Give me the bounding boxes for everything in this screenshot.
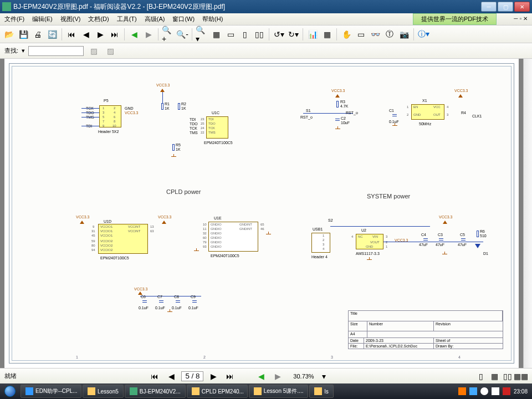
- ime-icon[interactable]: [458, 387, 466, 395]
- find-icon[interactable]: 👓: [369, 28, 382, 41]
- d1-label: D1: [483, 252, 488, 255]
- gndio-pin: GNDIO: [211, 241, 222, 244]
- r4-label: R4: [461, 111, 466, 115]
- taskbar-item[interactable]: Lesson 5课件....: [249, 385, 309, 398]
- task-label: CPLD EPM240...: [202, 388, 244, 395]
- taskbar-item[interactable]: EDN助学--CPL...: [21, 385, 81, 398]
- find-prev-icon[interactable]: ▨: [87, 44, 100, 58]
- maximize-button[interactable]: ▢: [498, 2, 513, 12]
- last-page-icon[interactable]: ⏭: [108, 28, 121, 41]
- tray-up-icon[interactable]: [480, 387, 488, 395]
- pdf-page[interactable]: P5 12 34 56 78 910 TCK TDO TMS TDI GND V…: [4, 59, 519, 368]
- window-controls: ─ ▢ ✕: [481, 2, 530, 12]
- en-pin: EN: [413, 105, 418, 109]
- find-dropdown-icon[interactable]: ▾: [22, 47, 25, 54]
- layout-facing-icon[interactable]: ▯▯: [501, 370, 514, 383]
- mdi-restore-icon[interactable]: ▫: [519, 16, 521, 22]
- u1e-label: U1E: [214, 216, 222, 220]
- nav-last-icon[interactable]: ⏭: [223, 370, 237, 383]
- nav-prev-icon[interactable]: ◀: [165, 370, 178, 383]
- zoom-out-icon[interactable]: 🔍-: [176, 28, 189, 41]
- nav-first-icon[interactable]: ⏮: [148, 370, 161, 383]
- vcc-label: VCC3.3: [134, 287, 148, 291]
- vccio2-pin: VCCIO2: [100, 239, 112, 243]
- x1-label: X1: [422, 99, 427, 103]
- minimize-button[interactable]: ─: [481, 2, 497, 12]
- menu-advanced[interactable]: 高级(A): [142, 14, 167, 24]
- page-single-icon[interactable]: ▯: [238, 28, 252, 41]
- find-input[interactable]: [28, 46, 84, 56]
- text-tool-icon[interactable]: Ⓣ: [383, 28, 396, 41]
- vout-pin: VOUT: [370, 241, 380, 244]
- menu-window[interactable]: 窗口(W): [170, 14, 197, 24]
- info-icon[interactable]: ⓘ▾: [417, 28, 430, 41]
- layout-single-icon[interactable]: ▯: [474, 370, 488, 383]
- gndio-pin: GNDIO: [211, 245, 222, 248]
- c-val: 0.1uF: [139, 306, 149, 310]
- vccio-pin: VCCIO1: [100, 234, 112, 237]
- antivirus-icon[interactable]: [503, 387, 510, 395]
- zoom-dropdown-icon[interactable]: ▾: [318, 370, 331, 383]
- c1-label: C1: [389, 109, 394, 112]
- ruler-1: 1: [76, 355, 78, 359]
- snapshot-icon[interactable]: 📷: [397, 28, 411, 41]
- mdi-minimize-icon[interactable]: ─: [514, 16, 518, 22]
- layout-contfacing-icon[interactable]: ▦▦: [514, 370, 528, 383]
- first-page-icon[interactable]: ⏮: [65, 28, 78, 41]
- mdi-controls: ─ ▫ ✕: [514, 16, 528, 22]
- taskbar-item[interactable]: BJ-EPM240V2...: [125, 385, 186, 398]
- clock[interactable]: 23:08: [514, 388, 528, 395]
- back-icon[interactable]: ◀: [127, 28, 141, 41]
- folder-icon: [192, 387, 200, 395]
- menu-file[interactable]: 文件(F): [2, 14, 27, 24]
- vcc-label: VCC3.3: [156, 83, 170, 87]
- rotate-cw-icon[interactable]: ↻▾: [287, 28, 300, 41]
- menu-edit[interactable]: 编辑(E): [30, 14, 55, 24]
- nav-next-icon[interactable]: ▶: [207, 370, 220, 383]
- fit-page-icon[interactable]: ▦: [209, 28, 223, 41]
- fit-width-icon[interactable]: ▭: [224, 28, 237, 41]
- promo-banner[interactable]: 提供世界一流的PDF技术: [413, 13, 497, 25]
- gndio-pin: GNDIO: [211, 223, 222, 226]
- page-facing-icon[interactable]: ▯▯: [253, 28, 266, 41]
- menu-help[interactable]: 帮助(H): [200, 14, 225, 24]
- zoom-in-icon[interactable]: 🔍+: [161, 28, 175, 41]
- document-viewer: P5 12 34 56 78 910 TCK TDO TMS TDI GND V…: [0, 59, 532, 368]
- start-button[interactable]: [0, 383, 20, 399]
- menu-document[interactable]: 文档(D): [86, 14, 111, 24]
- open-icon[interactable]: 📂: [2, 28, 16, 41]
- status-bar: 就绪 ⏮ ◀ ▶ ⏭ ◀ ▶ 30.73% ▾ ▯ ▦ ▯▯ ▦▦: [0, 368, 532, 383]
- taskbar-item[interactable]: Lesson5: [83, 385, 124, 398]
- vertical-scrollbar[interactable]: [523, 59, 532, 368]
- next-page-icon[interactable]: ▶: [94, 28, 107, 41]
- zoom-tool-icon[interactable]: 🔍▾: [195, 28, 208, 41]
- close-button[interactable]: ✕: [514, 2, 530, 12]
- tb-drawn: Drawn By:: [434, 344, 503, 349]
- page-input[interactable]: [181, 371, 203, 381]
- gnd-pin: GND: [366, 245, 373, 248]
- select-text-icon[interactable]: ▭: [354, 28, 367, 41]
- taskbar-item[interactable]: CPLD EPM240...: [187, 385, 248, 398]
- rotate-ccw-icon[interactable]: ↺▾: [272, 28, 285, 41]
- flag-icon[interactable]: [492, 387, 499, 395]
- taskbar-item[interactable]: ls: [309, 385, 333, 398]
- layout-cont-icon[interactable]: ▦: [488, 370, 501, 383]
- forward-icon[interactable]: ▶: [142, 28, 155, 41]
- menu-view[interactable]: 视图(V): [58, 14, 83, 24]
- save-icon[interactable]: 💾: [17, 28, 30, 41]
- separator: [303, 28, 303, 40]
- stats-icon[interactable]: 📊: [306, 28, 319, 41]
- menu-tools[interactable]: 工具(T): [115, 14, 139, 24]
- find-next-icon[interactable]: ▨: [104, 44, 117, 58]
- prev-page-icon[interactable]: ◀: [79, 28, 93, 41]
- mdi-close-icon[interactable]: ✕: [523, 16, 528, 22]
- print-icon[interactable]: 🖨: [31, 28, 44, 41]
- folder-icon: [254, 387, 262, 395]
- hand-tool-icon[interactable]: ✋: [340, 28, 353, 41]
- r3-val: 4.7K: [340, 104, 348, 108]
- grid-icon[interactable]: ▦: [320, 28, 334, 41]
- reload-icon[interactable]: 🔄: [45, 28, 59, 41]
- nav-back-icon[interactable]: ◀: [254, 370, 268, 383]
- ime2-icon[interactable]: [469, 387, 477, 395]
- nav-fwd-icon[interactable]: ▶: [271, 370, 284, 383]
